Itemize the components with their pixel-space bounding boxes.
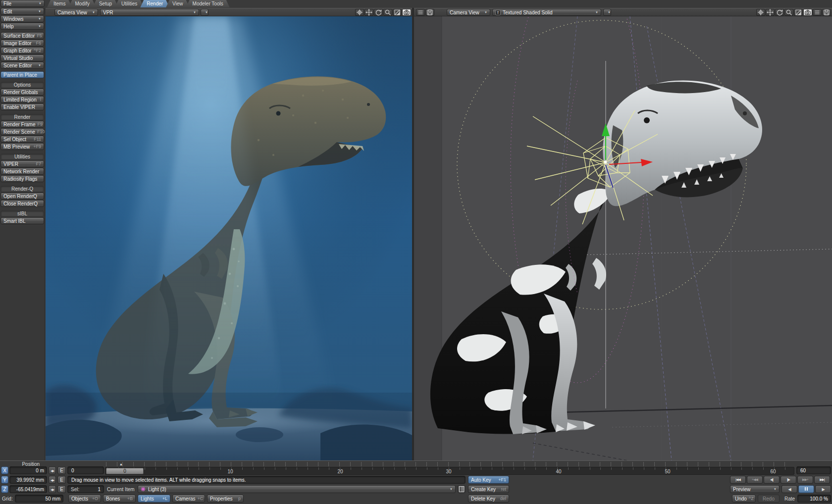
left-viewport-options-dropdown[interactable]: ▼ xyxy=(201,9,208,16)
tab-view[interactable]: View xyxy=(166,0,190,7)
open-renderq-button[interactable]: Open RenderQ xyxy=(0,193,44,200)
virtual-studio-button[interactable]: Virtual Studio xyxy=(0,54,44,61)
close-renderq-button[interactable]: Close RenderQ xyxy=(0,200,44,207)
left-viewport-toolbar xyxy=(355,9,411,16)
z-nudge-stepper[interactable]: ◀▶ xyxy=(49,485,56,493)
z-axis-badge[interactable]: Z xyxy=(1,485,8,493)
next-key-button[interactable]: ▶▶+ xyxy=(797,476,813,484)
scene-editor-button[interactable]: Scene Editor▼ xyxy=(0,62,44,69)
list-icon[interactable] xyxy=(813,9,822,16)
rate-field[interactable]: 100.0 % xyxy=(797,495,831,503)
item-panel-button[interactable] xyxy=(458,485,466,493)
graph-editor-button[interactable]: Graph Editor^F2 xyxy=(0,47,44,54)
radiosity-flags-button[interactable]: Radiosity Flags xyxy=(0,175,44,182)
sel-object-button[interactable]: Sel ObjectF11 xyxy=(0,136,44,143)
right-shading-dropdown[interactable]: T Textured Shaded Solid▼ xyxy=(492,9,601,16)
delete-key-button[interactable]: Delete Keydel xyxy=(468,495,509,503)
right-viewport-options-dropdown[interactable]: ▼ xyxy=(603,9,611,16)
help-menu[interactable]: Help▼ xyxy=(0,23,44,30)
move-icon[interactable] xyxy=(766,9,775,16)
timeline-ruler[interactable]: 10 20 30 40 50 60 0 xyxy=(105,467,794,475)
save-icon[interactable] xyxy=(425,9,434,16)
objects-mode-button[interactable]: Objects+O xyxy=(68,495,101,503)
x-position-field[interactable]: 0 m xyxy=(9,466,47,474)
left-shading-dropdown[interactable]: VPR▼ xyxy=(100,9,199,16)
parent-in-place-button[interactable]: Parent in Place xyxy=(0,71,44,78)
bones-mode-button[interactable]: Bones+B xyxy=(103,495,136,503)
z-envelope-button[interactable]: E xyxy=(57,485,66,493)
zoom-icon[interactable] xyxy=(784,9,793,16)
render-frame-button[interactable]: Render FrameF9 xyxy=(0,121,44,128)
play-reverse-button[interactable]: ◀ xyxy=(781,485,797,493)
tab-modeler-tools[interactable]: Modeler Tools xyxy=(186,0,230,7)
pause-button[interactable] xyxy=(798,485,814,493)
limited-region-button[interactable]: Limited Regionl xyxy=(0,96,44,103)
tab-utilities[interactable]: Utilities xyxy=(115,0,144,7)
rotate-icon[interactable] xyxy=(775,9,784,16)
list-icon[interactable] xyxy=(416,9,425,16)
tab-items[interactable]: Items xyxy=(47,0,72,7)
tab-setup[interactable]: Setup xyxy=(93,0,118,7)
timeline-tick-strip[interactable]: ▲ xyxy=(105,462,794,466)
vpr-render-canvas[interactable] xyxy=(46,16,412,460)
auto-key-button[interactable]: Auto Key+F1 xyxy=(468,476,509,484)
single-view-icon[interactable] xyxy=(393,9,402,16)
single-view-icon[interactable] xyxy=(794,9,803,16)
frame-slider-handle[interactable]: 0 xyxy=(106,468,144,474)
tab-modify[interactable]: Modify xyxy=(68,0,96,7)
camera-icon[interactable] xyxy=(803,9,812,16)
viper-button[interactable]: VIPERF7 xyxy=(0,160,44,167)
smart-ibl-button[interactable]: Smart IBL xyxy=(0,217,44,224)
move-icon[interactable] xyxy=(364,9,373,16)
mb-preview-button[interactable]: MB Preview+F9 xyxy=(0,143,44,150)
render-globals-button[interactable]: Render Globals xyxy=(0,89,44,96)
next-frame-button[interactable]: ||▶ xyxy=(780,476,796,484)
y-nudge-stepper[interactable]: ◀▶ xyxy=(49,476,56,484)
current-frame-field[interactable]: 0 xyxy=(67,466,104,474)
rate-label: Rate xyxy=(784,496,795,502)
y-envelope-button[interactable]: E xyxy=(57,476,66,484)
image-editor-button[interactable]: Image EditorF6 xyxy=(0,40,44,47)
preview-dropdown[interactable]: Preview▼ xyxy=(730,485,780,493)
y-axis-badge[interactable]: Y xyxy=(1,476,8,484)
tab-render[interactable]: Render xyxy=(140,0,169,7)
windows-menu[interactable]: Windows▼ xyxy=(0,15,44,22)
x-nudge-stepper[interactable]: ◀▶ xyxy=(49,466,56,474)
play-forward-button[interactable]: ▶ xyxy=(815,485,831,493)
undo-button[interactable]: Undo^Z xyxy=(732,495,756,503)
left-view-type-dropdown[interactable]: Camera View▼ xyxy=(54,9,98,16)
chevron-down-icon: ▼ xyxy=(593,11,598,14)
surface-editor-button[interactable]: Surface EditorF5 xyxy=(0,32,44,39)
cameras-mode-button[interactable]: Cameras+C xyxy=(172,495,205,503)
camera-icon[interactable] xyxy=(402,9,411,16)
prev-frame-button[interactable]: ◀|| xyxy=(764,476,780,484)
edit-menu[interactable]: Edit▼ xyxy=(0,8,44,15)
z-position-field[interactable]: -65.0419mm xyxy=(9,485,47,493)
end-frame-field[interactable]: 60 xyxy=(796,466,831,474)
prev-key-button[interactable]: +◀◀ xyxy=(747,476,763,484)
save-icon[interactable] xyxy=(822,9,831,16)
chevron-down-icon: ▼ xyxy=(36,25,41,28)
properties-button[interactable]: Propertiesp xyxy=(207,495,244,503)
y-position-field[interactable]: 39.9992 mm xyxy=(9,476,47,484)
zoom-icon[interactable] xyxy=(383,9,392,16)
file-menu[interactable]: File ▼ xyxy=(0,0,45,7)
right-view-type-dropdown[interactable]: Camera View▼ xyxy=(447,9,490,16)
pan-icon[interactable] xyxy=(756,9,765,16)
x-envelope-button[interactable]: E xyxy=(57,466,66,474)
current-item-dropdown[interactable]: Light (3) ▼ xyxy=(138,485,456,493)
redo-button[interactable]: Redo xyxy=(758,495,780,503)
lights-mode-button[interactable]: Lights+L xyxy=(138,495,170,503)
rotate-icon[interactable] xyxy=(374,9,383,16)
enable-viper-button[interactable]: Enable VIPER xyxy=(0,103,44,110)
lightwave-layout-window: File ▼ Items Modify Setup Utilities Rend… xyxy=(0,0,832,504)
opengl-shaded-canvas[interactable] xyxy=(414,16,832,460)
render-scene-button[interactable]: Render SceneF10 xyxy=(0,128,44,135)
pan-icon[interactable] xyxy=(355,9,364,16)
x-axis-badge[interactable]: X xyxy=(1,466,8,474)
item-panel-icon xyxy=(458,486,465,493)
network-render-button[interactable]: Network Render xyxy=(0,168,44,175)
create-key-button[interactable]: Create Keyret xyxy=(468,485,509,493)
go-start-button[interactable]: |◀◀ xyxy=(730,476,746,484)
go-end-button[interactable]: ▶▶| xyxy=(814,476,830,484)
